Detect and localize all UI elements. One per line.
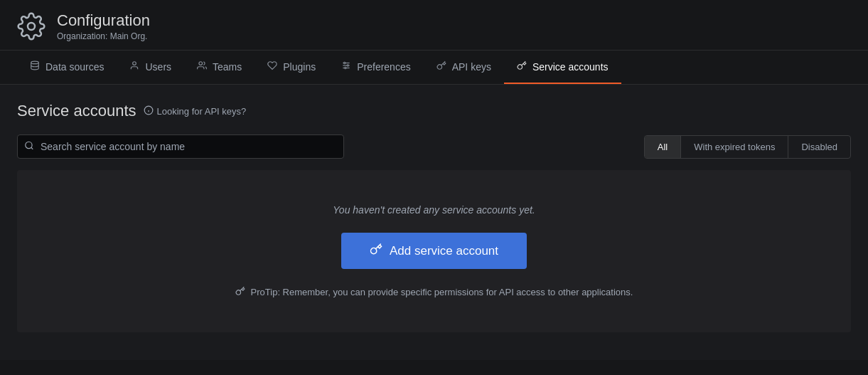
add-service-account-label: Add service account: [390, 244, 498, 258]
filter-disabled-button[interactable]: Disabled: [788, 136, 850, 158]
api-keys-link[interactable]: Looking for API keys?: [144, 105, 247, 117]
nav-tabs: Data sources Users Teams Plugins: [0, 51, 868, 85]
tab-data-sources-label: Data sources: [45, 61, 104, 73]
filter-expired-button[interactable]: With expired tokens: [681, 136, 788, 158]
tab-preferences[interactable]: Preferences: [328, 51, 423, 84]
filter-bar: All With expired tokens Disabled: [17, 134, 851, 159]
config-icon: [17, 12, 45, 41]
search-wrapper: [17, 134, 344, 159]
svg-point-13: [26, 142, 32, 149]
svg-point-9: [345, 68, 346, 69]
svg-point-8: [347, 65, 348, 66]
header-text-block: Configuration Organization: Main Org.: [57, 11, 150, 41]
main-content: Service accounts Looking for API keys? A…: [0, 85, 868, 360]
teams-icon: [197, 60, 207, 73]
page-title-area: Service accounts Looking for API keys?: [17, 102, 851, 120]
svg-point-0: [28, 23, 35, 30]
tab-api-keys[interactable]: API keys: [424, 51, 504, 84]
search-input[interactable]: [17, 134, 344, 159]
service-accounts-tab-icon: [517, 60, 527, 73]
svg-line-14: [31, 148, 33, 150]
search-icon: [24, 141, 34, 153]
svg-point-3: [199, 62, 203, 65]
users-icon: [129, 60, 139, 73]
header-subtitle: Organization: Main Org.: [57, 31, 150, 41]
page-title: Service accounts: [17, 102, 136, 120]
tab-users-label: Users: [145, 61, 171, 73]
svg-point-1: [31, 62, 39, 65]
plugins-icon: [267, 60, 277, 73]
header-title: Configuration: [57, 11, 150, 30]
tab-plugins[interactable]: Plugins: [254, 51, 328, 84]
tab-teams-label: Teams: [213, 61, 242, 73]
protip-icon: [235, 286, 245, 298]
page-header: Configuration Organization: Main Org.: [0, 0, 868, 51]
svg-point-7: [344, 63, 345, 64]
empty-state-card: You haven't created any service accounts…: [17, 170, 851, 332]
protip-text: ProTip: Remember, you can provide specif…: [251, 287, 633, 297]
data-sources-icon: [30, 60, 40, 73]
protip-area: ProTip: Remember, you can provide specif…: [235, 286, 633, 298]
filter-buttons: All With expired tokens Disabled: [644, 135, 851, 159]
api-keys-link-text: Looking for API keys?: [157, 106, 247, 117]
api-keys-icon: [436, 60, 446, 73]
add-service-account-button[interactable]: Add service account: [341, 233, 527, 269]
filter-all-button[interactable]: All: [645, 136, 681, 158]
tab-service-accounts-label: Service accounts: [532, 61, 609, 73]
tab-plugins-label: Plugins: [283, 61, 316, 73]
svg-point-2: [133, 62, 136, 65]
preferences-icon: [341, 60, 351, 73]
tab-api-keys-label: API keys: [452, 61, 491, 73]
tab-teams[interactable]: Teams: [184, 51, 254, 84]
tab-preferences-label: Preferences: [357, 61, 410, 73]
tab-users[interactable]: Users: [117, 51, 184, 84]
tab-data-sources[interactable]: Data sources: [17, 51, 117, 84]
info-icon: [144, 105, 154, 117]
add-service-key-icon: [370, 243, 382, 259]
tab-service-accounts[interactable]: Service accounts: [504, 51, 621, 84]
empty-state-message: You haven't created any service accounts…: [333, 204, 535, 216]
